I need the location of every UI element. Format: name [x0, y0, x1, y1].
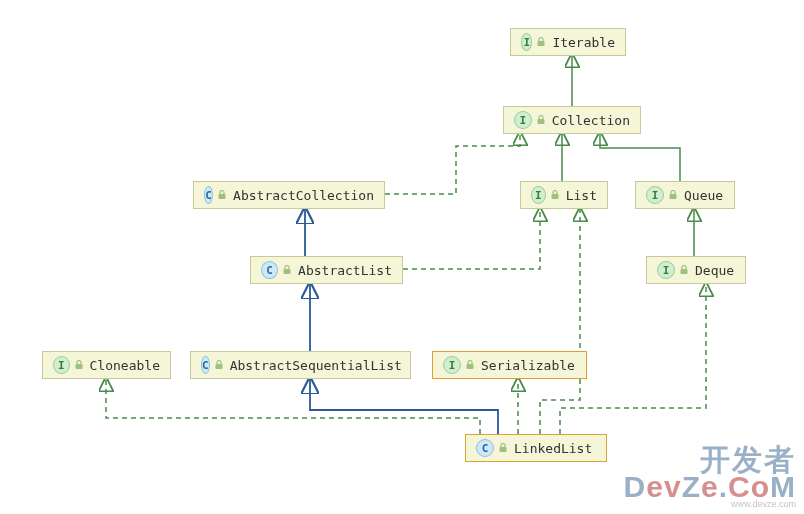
- node-label: Deque: [695, 263, 734, 278]
- watermark-line2: DevZe.CoM: [624, 473, 796, 500]
- class-icon: C: [204, 186, 213, 204]
- node-label: Serializable: [481, 358, 575, 373]
- class-icon: C: [476, 439, 494, 457]
- node-iterable: IIterable: [510, 28, 626, 56]
- node-label: Collection: [552, 113, 630, 128]
- svg-rect-4: [670, 194, 677, 199]
- node-label: Queue: [684, 188, 723, 203]
- interface-icon: I: [443, 356, 461, 374]
- watermark-line1: 开发者: [624, 446, 796, 473]
- lock-icon: [282, 265, 292, 275]
- lock-icon: [536, 115, 546, 125]
- interface-icon: I: [53, 356, 70, 374]
- watermark: 开发者 DevZe.CoM www.devze.com: [624, 446, 796, 508]
- edge-abstractcollection-collection: [385, 132, 520, 194]
- lock-icon: [74, 360, 84, 370]
- svg-rect-0: [538, 41, 545, 46]
- svg-rect-9: [467, 364, 474, 369]
- lock-icon: [217, 190, 227, 200]
- edge-linkedlist-asl: [310, 378, 498, 434]
- node-label: Cloneable: [90, 358, 160, 373]
- edge-queue-collection: [600, 132, 680, 181]
- svg-rect-5: [284, 269, 291, 274]
- lock-icon: [679, 265, 689, 275]
- node-deque: IDeque: [646, 256, 746, 284]
- node-cloneable: ICloneable: [42, 351, 171, 379]
- node-collection: ICollection: [503, 106, 641, 134]
- svg-rect-7: [75, 364, 82, 369]
- lock-icon: [550, 190, 560, 200]
- lock-icon: [536, 37, 546, 47]
- svg-rect-1: [537, 119, 544, 124]
- interface-icon: I: [531, 186, 546, 204]
- node-serializable: ISerializable: [432, 351, 587, 379]
- node-abstractcollection: CAbstractCollection: [193, 181, 385, 209]
- node-abstractlist: CAbstractList: [250, 256, 403, 284]
- edge-linkedlist-cloneable: [106, 378, 480, 434]
- node-label: LinkedList: [514, 441, 592, 456]
- lock-icon: [498, 443, 508, 453]
- interface-icon: I: [657, 261, 675, 279]
- class-icon: C: [261, 261, 278, 279]
- node-label: AbstractList: [298, 263, 392, 278]
- node-abstractsequentiallist: CAbstractSequentialList: [190, 351, 411, 379]
- node-list: IList: [520, 181, 608, 209]
- node-linkedlist: CLinkedList: [465, 434, 607, 462]
- lock-icon: [668, 190, 678, 200]
- interface-icon: I: [514, 111, 532, 129]
- edge-abstractlist-list: [403, 208, 540, 269]
- node-label: List: [566, 188, 597, 203]
- node-queue: IQueue: [635, 181, 735, 209]
- edge-linkedlist-list: [540, 208, 580, 434]
- lock-icon: [465, 360, 475, 370]
- lock-icon: [214, 360, 224, 370]
- interface-icon: I: [646, 186, 664, 204]
- node-label: AbstractCollection: [233, 188, 374, 203]
- interface-icon: I: [521, 33, 532, 51]
- svg-rect-3: [551, 194, 558, 199]
- node-label: Iterable: [552, 35, 615, 50]
- svg-rect-2: [219, 194, 226, 199]
- svg-rect-8: [215, 364, 222, 369]
- svg-rect-10: [500, 447, 507, 452]
- svg-rect-6: [681, 269, 688, 274]
- node-label: AbstractSequentialList: [230, 358, 402, 373]
- class-icon: C: [201, 356, 210, 374]
